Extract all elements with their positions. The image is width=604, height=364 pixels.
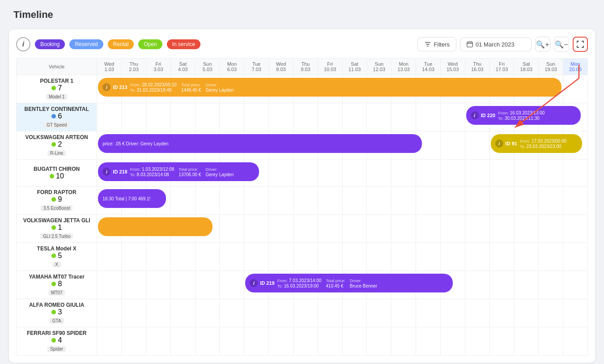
vehicle-number: 4 <box>21 336 92 344</box>
col-header-1.03: Wed1.03 <box>97 59 122 75</box>
status-dot <box>51 338 56 343</box>
vehicle-tag: Model 1 <box>46 94 68 100</box>
date-picker-button[interactable]: 01 March 2023 <box>460 38 532 51</box>
day-cell <box>244 243 269 271</box>
day-cell <box>539 271 563 299</box>
day-cell <box>122 327 146 356</box>
status-dot <box>50 174 54 178</box>
day-cell <box>465 243 489 271</box>
zoom-in-button[interactable]: 🔍+ <box>535 37 550 52</box>
fullscreen-button[interactable] <box>573 37 588 52</box>
day-cell <box>97 271 122 299</box>
info-icon-button[interactable]: i <box>16 37 30 51</box>
status-dot <box>51 114 56 119</box>
day-cell <box>563 327 588 356</box>
day-cell <box>489 327 514 356</box>
event-bar[interactable]: 16:30 Total | 7:00 469.1! <box>98 189 166 208</box>
badge-inservice: In service <box>167 39 200 49</box>
day-cell: price: .05 € Driver: Genry Layden <box>97 131 122 160</box>
day-cell <box>342 103 367 131</box>
vehicle-number: 8 <box>21 280 92 288</box>
day-cell <box>269 186 293 215</box>
day-cell <box>416 327 441 356</box>
col-header-19.03: Sun19.03 <box>539 59 563 75</box>
status-dot <box>51 254 56 258</box>
vehicle-number: 10 <box>21 172 92 180</box>
day-cell <box>146 271 170 299</box>
day-cell <box>391 186 416 215</box>
status-dot <box>51 310 56 314</box>
day-cell <box>122 103 146 131</box>
day-cell <box>465 131 489 160</box>
day-cell <box>465 215 489 243</box>
vehicle-cell-4: FORD RAPTOR 9 3.5 EcoBoost <box>17 186 97 215</box>
event-bar[interactable]: price: .05 € Driver: Genry Layden <box>98 134 422 153</box>
day-cell <box>244 327 269 356</box>
day-cell <box>440 186 465 215</box>
vehicle-name: YAMAHA MT07 Tracer <box>21 274 92 280</box>
day-cell <box>146 243 170 271</box>
day-cell <box>514 243 539 271</box>
status-dot <box>51 142 56 147</box>
event-bar[interactable]: iID 91From: 17.03.2023/00:00To: 23.03.20… <box>491 134 582 153</box>
day-cell <box>367 103 391 131</box>
vehicle-number: 5 <box>21 252 92 260</box>
vehicle-number: 3 <box>21 308 92 316</box>
day-cell <box>269 299 293 327</box>
col-header-13.03: Mon13.03 <box>391 59 416 75</box>
col-header-17.03: Fri17.03 <box>489 59 514 75</box>
day-cell <box>367 160 391 186</box>
day-cell <box>514 215 539 243</box>
day-cell <box>97 215 122 243</box>
day-cell <box>465 299 489 327</box>
vehicle-tag: GTA <box>50 318 64 324</box>
vehicle-cell-5: VOLKSWAGEN JETTA GLI 1 GLI 2.5 Turbo <box>17 215 97 243</box>
day-cell <box>293 186 318 215</box>
event-bar[interactable]: iID 220From: 16.03.2023/13:00To: 30.03.2… <box>466 106 581 125</box>
vehicle-tag: Spider <box>47 346 66 352</box>
status-dot <box>51 86 56 90</box>
event-bar[interactable]: iID 213From: 28.02.2023/05:10To: 31.03.2… <box>98 78 561 97</box>
vehicle-cell-1: BENTLEY CONTINENTAL 6 GT Speed <box>17 103 97 131</box>
day-cell <box>465 327 489 356</box>
vehicle-name: TESLA Model X <box>21 245 92 252</box>
vehicle-number: 2 <box>21 140 92 148</box>
event-bar[interactable]: iID 219From: 7.03.2023/14:00To: 16.03.20… <box>245 274 453 292</box>
day-cell <box>367 186 391 215</box>
day-cell <box>195 327 220 356</box>
status-dot <box>51 282 56 286</box>
page-header: Timeline <box>0 0 604 25</box>
event-bar[interactable]: iID 218From: 1.03.2023/12:08To: 8.03.202… <box>98 162 259 181</box>
filters-button[interactable]: Filters <box>417 37 456 51</box>
zoom-out-button[interactable]: 🔍− <box>554 37 569 52</box>
day-cell <box>97 243 122 271</box>
timeline-table: VehicleWed1.03Thu2.03Fri3.03Sat4.03Sun5.… <box>16 58 588 356</box>
date-label: 01 March 2023 <box>476 41 515 48</box>
day-cell <box>220 243 244 271</box>
day-cell <box>244 215 269 243</box>
col-header-8.03: Wed8.03 <box>269 59 293 75</box>
day-cell <box>195 271 220 299</box>
day-cell <box>440 160 465 186</box>
col-header-9.03: Thu9.03 <box>293 59 318 75</box>
day-cell <box>146 299 170 327</box>
toolbar: i Booking Reserved Rental Open In servic… <box>16 37 588 52</box>
day-cell <box>489 243 514 271</box>
day-cell <box>539 327 563 356</box>
table-row: YAMAHA MT07 Tracer 8 MT07 iID 219From: 7… <box>17 271 588 299</box>
day-cell <box>195 299 220 327</box>
day-cell: iID 213From: 28.02.2023/05:10To: 31.03.2… <box>97 75 122 103</box>
vehicle-number: 1 <box>21 224 92 232</box>
day-cell: iID 218From: 1.03.2023/12:08To: 8.03.202… <box>97 160 122 186</box>
badge-open: Open <box>138 39 162 49</box>
svg-rect-3 <box>467 42 472 47</box>
vehicle-tag: MT07 <box>48 290 65 296</box>
day-cell <box>440 299 465 327</box>
vehicle-name: FERRARI SF90 SPIDER <box>21 330 92 336</box>
vehicle-tag: R-Line <box>47 150 66 156</box>
day-cell <box>367 299 391 327</box>
day-cell <box>220 271 244 299</box>
col-header-18.03: Sat18.03 <box>514 59 539 75</box>
event-bar[interactable] <box>98 217 213 236</box>
vehicle-cell-3: BUGATTI CHIRON 10 <box>17 160 97 186</box>
